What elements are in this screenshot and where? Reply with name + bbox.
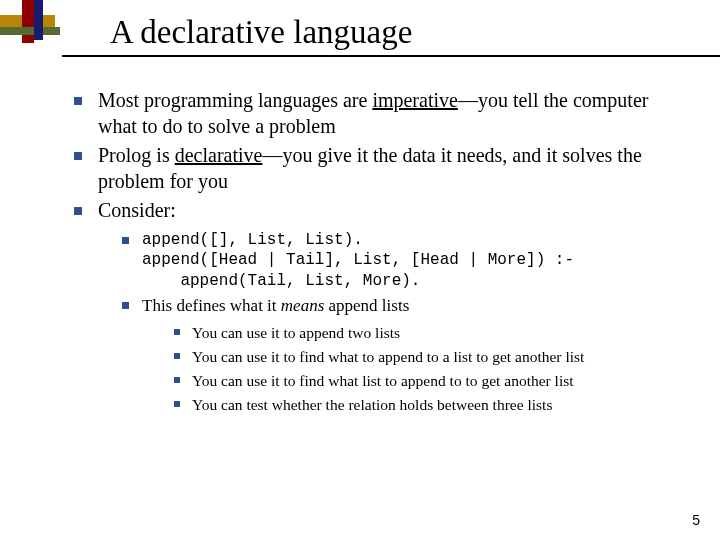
list-item: You can use it to append two lists: [170, 323, 690, 343]
bullet-item: Consider: append([], List, List). append…: [70, 198, 690, 414]
sub-bullet-item: This defines what it means append lists …: [118, 295, 690, 414]
slide-title: A declarative language: [110, 14, 690, 55]
page-number: 5: [692, 512, 700, 528]
underlined-term: imperative: [372, 89, 458, 111]
underlined-term: declarative: [175, 144, 263, 166]
slide-content: Most programming languages are imperativ…: [70, 88, 690, 418]
list-item: You can use it to find what to append to…: [170, 347, 690, 367]
italic-term: means: [281, 296, 324, 315]
bullet-item: Prolog is declarative—you give it the da…: [70, 143, 690, 194]
text: Prolog is: [98, 144, 175, 166]
text: This defines what it: [142, 296, 281, 315]
title-underline: [62, 55, 720, 57]
code-block: append([], List, List). append([Head | T…: [142, 230, 690, 291]
sub-bullet-list: append([], List, List). append([Head | T…: [118, 230, 690, 414]
list-item: You can test whether the relation holds …: [170, 395, 690, 415]
corner-decoration: [0, 0, 60, 60]
sub-bullet-item: append([], List, List). append([Head | T…: [118, 230, 690, 291]
bullet-item: Most programming languages are imperativ…: [70, 88, 690, 139]
text: Most programming languages are: [98, 89, 372, 111]
text: Consider:: [98, 199, 176, 221]
text: append lists: [324, 296, 409, 315]
list-item: You can use it to find what list to appe…: [170, 371, 690, 391]
title-area: A declarative language: [110, 14, 690, 55]
bullet-list: Most programming languages are imperativ…: [70, 88, 690, 414]
sub-sub-bullet-list: You can use it to append two lists You c…: [170, 323, 690, 414]
